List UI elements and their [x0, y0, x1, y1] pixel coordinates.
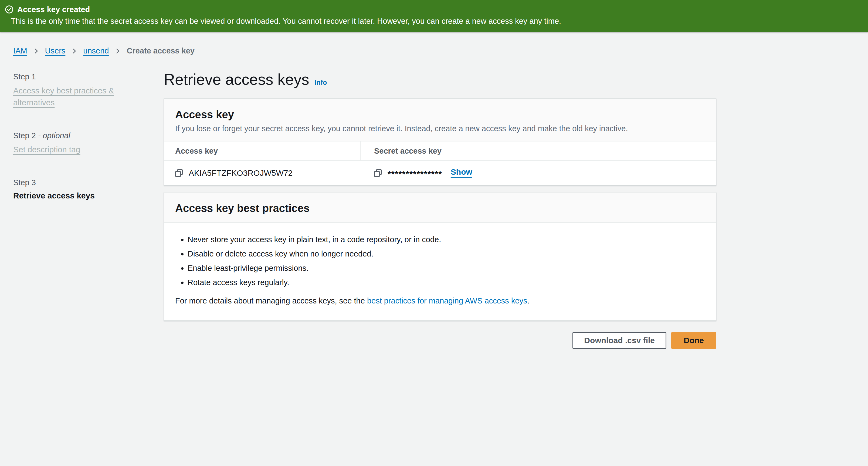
best-practices-link[interactable]: best practices for managing AWS access k… [367, 297, 527, 305]
chevron-right-icon [33, 48, 40, 55]
copy-access-key-button[interactable] [175, 169, 183, 177]
wizard-step2-link[interactable]: Set description tag [13, 145, 80, 154]
content-area: Step 1 Access key best practices & alter… [0, 70, 868, 349]
check-circle-icon [5, 5, 13, 14]
wizard-steps-nav: Step 1 Access key best practices & alter… [0, 70, 164, 349]
breadcrumb-link-users[interactable]: Users [45, 46, 66, 55]
copy-icon [175, 169, 183, 177]
access-key-panel-header: Access key If you lose or forget your se… [164, 99, 716, 142]
list-item: Disable or delete access key when no lon… [188, 249, 705, 259]
nav-divider [13, 166, 121, 166]
copy-secret-key-button[interactable] [374, 169, 382, 177]
best-practices-panel: Access key best practices Never store yo… [164, 192, 716, 321]
chevron-right-icon [71, 48, 78, 55]
show-secret-link[interactable]: Show [451, 167, 472, 177]
breadcrumb-link-user[interactable]: unsend [83, 46, 109, 55]
secret-key-masked-value: *************** [388, 169, 442, 179]
list-item: Rotate access keys regularly. [188, 278, 705, 287]
info-link[interactable]: Info [315, 79, 327, 86]
done-button[interactable]: Done [671, 332, 716, 349]
step1-title-wrap: Access key best practices & alternatives [13, 85, 121, 108]
banner-message: This is the only time that the secret ac… [11, 16, 857, 26]
key-table-row: AKIA5FTZFKO3ROJW5W72 *************** Sho… [164, 161, 716, 185]
breadcrumb: IAM Users unsend Create access key [0, 32, 868, 55]
footer-text-prefix: For more details about managing access k… [175, 297, 367, 305]
footer-text-suffix: . [527, 297, 530, 305]
access-key-value: AKIA5FTZFKO3ROJW5W72 [189, 168, 292, 178]
page-title-row: Retrieve access keys Info [164, 70, 716, 89]
best-practices-panel-body: Never store your access key in plain tex… [164, 223, 716, 320]
action-buttons-row: Download .csv file Done [164, 332, 716, 349]
banner-title-row: Access key created [5, 4, 857, 14]
chevron-right-icon [114, 48, 121, 55]
main-column: Retrieve access keys Info Access key If … [164, 70, 716, 349]
banner-title: Access key created [17, 4, 90, 14]
step1-label: Step 1 [13, 72, 164, 82]
list-item: Enable least-privilege permissions. [188, 263, 705, 273]
step2-label-text: Step 2 [13, 131, 36, 140]
success-banner: Access key created This is the only time… [0, 0, 868, 32]
step3-label: Step 3 [13, 178, 164, 187]
access-key-panel-title: Access key [175, 108, 705, 121]
step2-title-wrap: Set description tag [13, 144, 121, 156]
create-access-key-page: Access key created This is the only time… [0, 0, 868, 466]
download-csv-button[interactable]: Download .csv file [572, 332, 666, 349]
key-table-header: Access key Secret access key [164, 142, 716, 161]
access-key-panel-description: If you lose or forget your secret access… [175, 124, 705, 133]
best-practices-panel-title: Access key best practices [175, 202, 705, 215]
page-title: Retrieve access keys [164, 70, 309, 89]
nav-divider [13, 119, 121, 119]
breadcrumb-link-iam[interactable]: IAM [13, 46, 27, 55]
best-practices-panel-header: Access key best practices [164, 192, 716, 223]
wizard-step1-link[interactable]: Access key best practices & alternatives [13, 86, 114, 107]
access-key-cell: AKIA5FTZFKO3ROJW5W72 [164, 161, 360, 185]
copy-icon [374, 169, 382, 177]
access-key-panel: Access key If you lose or forget your se… [164, 98, 716, 185]
step2-optional-text: - optional [38, 131, 70, 140]
list-item: Never store your access key in plain tex… [188, 235, 705, 244]
step2-label: Step 2 - optional [13, 131, 164, 141]
wizard-step3-current: Retrieve access keys [13, 191, 164, 200]
best-practices-footer: For more details about managing access k… [175, 296, 705, 306]
access-key-column-header: Access key [164, 142, 360, 160]
secret-key-cell: *************** Show [360, 161, 716, 185]
breadcrumb-current: Create access key [127, 46, 195, 55]
best-practices-list: Never store your access key in plain tex… [175, 235, 705, 287]
secret-key-column-header: Secret access key [360, 142, 716, 160]
